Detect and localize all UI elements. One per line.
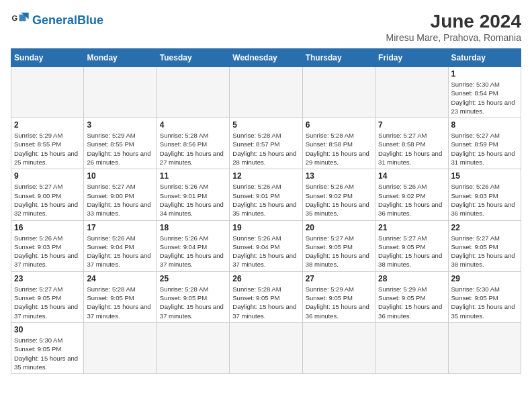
- calendar-cell: 10Sunrise: 5:27 AM Sunset: 9:00 PM Dayli…: [84, 169, 157, 220]
- calendar-cell: 21Sunrise: 5:27 AM Sunset: 9:05 PM Dayli…: [375, 220, 448, 271]
- day-info: Sunrise: 5:26 AM Sunset: 9:02 PM Dayligh…: [306, 182, 372, 218]
- day-number: 24: [87, 274, 153, 283]
- day-number: 8: [451, 120, 518, 130]
- calendar-title: June 2024: [386, 11, 521, 32]
- calendar-cell: 23Sunrise: 5:27 AM Sunset: 9:05 PM Dayli…: [11, 271, 84, 322]
- day-info: Sunrise: 5:28 AM Sunset: 8:56 PM Dayligh…: [160, 131, 226, 167]
- calendar-cell: 26Sunrise: 5:28 AM Sunset: 9:05 PM Dayli…: [230, 271, 302, 322]
- day-number: 21: [378, 223, 445, 232]
- day-number: 16: [14, 223, 81, 232]
- day-number: 18: [160, 223, 226, 232]
- calendar-cell: 7Sunrise: 5:27 AM Sunset: 8:58 PM Daylig…: [375, 118, 448, 169]
- calendar-cell: [375, 67, 448, 118]
- calendar-cell: 24Sunrise: 5:28 AM Sunset: 9:05 PM Dayli…: [84, 271, 157, 322]
- calendar-cell: 8Sunrise: 5:27 AM Sunset: 8:59 PM Daylig…: [448, 118, 521, 169]
- calendar-cell: 2Sunrise: 5:29 AM Sunset: 8:55 PM Daylig…: [11, 118, 84, 169]
- calendar-week-3: 9Sunrise: 5:27 AM Sunset: 9:00 PM Daylig…: [11, 169, 521, 220]
- day-info: Sunrise: 5:27 AM Sunset: 8:58 PM Dayligh…: [378, 131, 445, 167]
- calendar-cell: 4Sunrise: 5:28 AM Sunset: 8:56 PM Daylig…: [157, 118, 229, 169]
- calendar-cell: [230, 322, 302, 373]
- calendar-table: SundayMondayTuesdayWednesdayThursdayFrid…: [11, 48, 521, 374]
- day-info: Sunrise: 5:29 AM Sunset: 8:55 PM Dayligh…: [87, 131, 153, 167]
- calendar-cell: 22Sunrise: 5:27 AM Sunset: 9:05 PM Dayli…: [448, 220, 521, 271]
- day-info: Sunrise: 5:28 AM Sunset: 8:57 PM Dayligh…: [232, 131, 299, 167]
- calendar-cell: 1Sunrise: 5:30 AM Sunset: 8:54 PM Daylig…: [448, 67, 521, 118]
- calendar-cell: 20Sunrise: 5:27 AM Sunset: 9:05 PM Dayli…: [302, 220, 375, 271]
- day-info: Sunrise: 5:26 AM Sunset: 9:01 PM Dayligh…: [160, 182, 226, 218]
- day-number: 28: [378, 274, 445, 283]
- day-number: 6: [306, 120, 372, 130]
- day-info: Sunrise: 5:28 AM Sunset: 9:05 PM Dayligh…: [232, 285, 299, 320]
- day-info: Sunrise: 5:26 AM Sunset: 9:03 PM Dayligh…: [451, 182, 518, 218]
- day-number: 26: [232, 274, 299, 283]
- day-number: 3: [87, 120, 153, 130]
- day-info: Sunrise: 5:26 AM Sunset: 9:04 PM Dayligh…: [232, 234, 299, 269]
- day-header-saturday: Saturday: [448, 49, 521, 67]
- calendar-cell: 5Sunrise: 5:28 AM Sunset: 8:57 PM Daylig…: [230, 118, 302, 169]
- day-number: 19: [232, 223, 299, 232]
- day-number: 14: [378, 171, 445, 181]
- calendar-cell: [302, 322, 375, 373]
- calendar-cell: 6Sunrise: 5:28 AM Sunset: 8:58 PM Daylig…: [302, 118, 375, 169]
- calendar-cell: [375, 322, 448, 373]
- header: G GeneralBlue June 2024 Miresu Mare, Pra…: [11, 11, 521, 43]
- day-number: 25: [160, 274, 226, 283]
- day-info: Sunrise: 5:27 AM Sunset: 8:59 PM Dayligh…: [451, 131, 518, 167]
- calendar-cell: [230, 67, 302, 118]
- calendar-cell: [448, 322, 521, 373]
- calendar-body: 1Sunrise: 5:30 AM Sunset: 8:54 PM Daylig…: [11, 67, 521, 374]
- day-info: Sunrise: 5:30 AM Sunset: 9:05 PM Dayligh…: [14, 336, 81, 371]
- calendar-week-1: 1Sunrise: 5:30 AM Sunset: 8:54 PM Daylig…: [11, 67, 521, 118]
- day-info: Sunrise: 5:26 AM Sunset: 9:03 PM Dayligh…: [14, 234, 81, 269]
- calendar-cell: 9Sunrise: 5:27 AM Sunset: 9:00 PM Daylig…: [11, 169, 84, 220]
- day-info: Sunrise: 5:27 AM Sunset: 9:05 PM Dayligh…: [451, 234, 518, 269]
- calendar-cell: [302, 67, 375, 118]
- day-number: 27: [306, 274, 372, 283]
- calendar-cell: 16Sunrise: 5:26 AM Sunset: 9:03 PM Dayli…: [11, 220, 84, 271]
- day-number: 11: [160, 171, 226, 181]
- calendar-cell: 27Sunrise: 5:29 AM Sunset: 9:05 PM Dayli…: [302, 271, 375, 322]
- day-number: 2: [14, 120, 81, 130]
- day-info: Sunrise: 5:27 AM Sunset: 9:05 PM Dayligh…: [306, 234, 372, 269]
- calendar-cell: 29Sunrise: 5:30 AM Sunset: 9:05 PM Dayli…: [448, 271, 521, 322]
- calendar-cell: 25Sunrise: 5:28 AM Sunset: 9:05 PM Dayli…: [157, 271, 229, 322]
- day-number: 12: [232, 171, 299, 181]
- day-number: 7: [378, 120, 445, 130]
- logo: G GeneralBlue: [11, 11, 103, 30]
- day-info: Sunrise: 5:29 AM Sunset: 9:05 PM Dayligh…: [378, 285, 445, 320]
- calendar-cell: [11, 67, 84, 118]
- calendar-cell: 3Sunrise: 5:29 AM Sunset: 8:55 PM Daylig…: [84, 118, 157, 169]
- day-header-thursday: Thursday: [302, 49, 375, 67]
- day-number: 23: [14, 274, 81, 283]
- day-number: 30: [14, 325, 81, 334]
- day-number: 9: [14, 171, 81, 181]
- day-info: Sunrise: 5:27 AM Sunset: 9:05 PM Dayligh…: [14, 285, 81, 320]
- day-number: 29: [451, 274, 518, 283]
- day-info: Sunrise: 5:27 AM Sunset: 9:00 PM Dayligh…: [14, 182, 81, 218]
- calendar-cell: 13Sunrise: 5:26 AM Sunset: 9:02 PM Dayli…: [302, 169, 375, 220]
- day-info: Sunrise: 5:26 AM Sunset: 9:02 PM Dayligh…: [378, 182, 445, 218]
- calendar-cell: 12Sunrise: 5:26 AM Sunset: 9:01 PM Dayli…: [230, 169, 302, 220]
- day-number: 17: [87, 223, 153, 232]
- logo-text: GeneralBlue: [32, 14, 103, 26]
- day-info: Sunrise: 5:26 AM Sunset: 9:04 PM Dayligh…: [160, 234, 226, 269]
- calendar-cell: [84, 322, 157, 373]
- day-info: Sunrise: 5:27 AM Sunset: 9:00 PM Dayligh…: [87, 182, 153, 218]
- calendar-cell: 17Sunrise: 5:26 AM Sunset: 9:04 PM Dayli…: [84, 220, 157, 271]
- day-info: Sunrise: 5:28 AM Sunset: 9:05 PM Dayligh…: [87, 285, 153, 320]
- day-number: 5: [232, 120, 299, 130]
- calendar-cell: 15Sunrise: 5:26 AM Sunset: 9:03 PM Dayli…: [448, 169, 521, 220]
- day-header-friday: Friday: [375, 49, 448, 67]
- day-info: Sunrise: 5:27 AM Sunset: 9:05 PM Dayligh…: [378, 234, 445, 269]
- calendar-week-4: 16Sunrise: 5:26 AM Sunset: 9:03 PM Dayli…: [11, 220, 521, 271]
- day-number: 20: [306, 223, 372, 232]
- day-number: 15: [451, 171, 518, 181]
- day-number: 22: [451, 223, 518, 232]
- calendar-cell: 28Sunrise: 5:29 AM Sunset: 9:05 PM Dayli…: [375, 271, 448, 322]
- day-info: Sunrise: 5:26 AM Sunset: 9:04 PM Dayligh…: [87, 234, 153, 269]
- day-info: Sunrise: 5:28 AM Sunset: 8:58 PM Dayligh…: [306, 131, 372, 167]
- calendar-cell: 30Sunrise: 5:30 AM Sunset: 9:05 PM Dayli…: [11, 322, 84, 373]
- calendar-week-2: 2Sunrise: 5:29 AM Sunset: 8:55 PM Daylig…: [11, 118, 521, 169]
- calendar-week-5: 23Sunrise: 5:27 AM Sunset: 9:05 PM Dayli…: [11, 271, 521, 322]
- calendar-cell: [157, 67, 229, 118]
